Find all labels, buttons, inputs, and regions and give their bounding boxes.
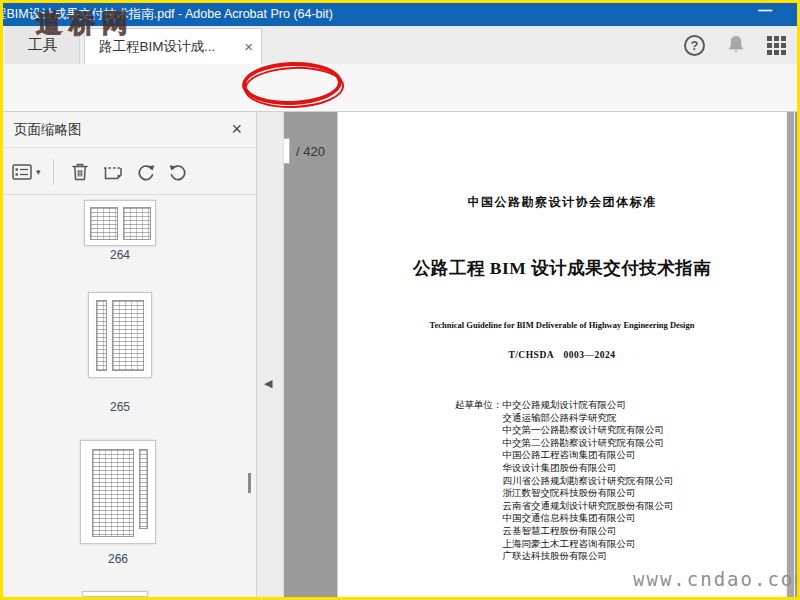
drafting-unit: 中国公路工程咨询集团有限公司	[503, 449, 674, 462]
pdf-page[interactable]: 中国公路勘察设计协会团体标准 公路工程 BIM 设计成果交付技术指南 Techn…	[337, 112, 786, 597]
panel-close-icon[interactable]: ×	[231, 119, 242, 140]
drafting-unit: 华设设计集团股份有限公司	[503, 462, 674, 475]
doc-association-line: 中国公路勘察设计协会团体标准	[338, 194, 786, 211]
main-toolbar: ☆ / 420 50%	[0, 64, 800, 112]
doc-subtitle-english: Technical Guideline for BIM Deliverable …	[338, 320, 786, 330]
tab-close-icon[interactable]: ×	[244, 38, 253, 55]
page-thumbnail-266[interactable]	[80, 440, 156, 544]
drafting-unit: 中交公路规划设计院有限公司	[503, 399, 674, 412]
delete-page-trash-icon[interactable]	[70, 161, 90, 183]
thumbnails-panel-header: 页面缩略图 ×	[0, 112, 256, 148]
tab-bar-right-icons: ?	[684, 26, 786, 64]
drafting-unit: 交通运输部公路科学研究院	[503, 412, 674, 425]
thumbnail-table-graphic	[96, 300, 107, 371]
drafting-unit: 云南省交通规划设计研究院股份有限公司	[503, 500, 674, 513]
document-scrollbar-thumb[interactable]	[787, 112, 794, 597]
acrobat-window: 程BIM设计成果交付技术指南.pdf - Adobe Acrobat Pro (…	[0, 0, 800, 600]
drafting-unit: 中国交通信息科技集团有限公司	[503, 512, 674, 525]
thumbnail-options-button[interactable]: ▾	[12, 164, 41, 180]
collapse-panel-icon[interactable]: ◀	[264, 377, 272, 390]
help-icon[interactable]: ?	[684, 35, 705, 56]
drafting-unit: 上海同豪土木工程咨询有限公司	[503, 538, 674, 551]
rotate-clockwise-icon[interactable]	[168, 162, 188, 182]
thumbnails-panel: 页面缩略图 × ▾ 264	[0, 112, 257, 597]
doc-drafting-block: 起草单位： 中交公路规划设计院有限公司 交通运输部公路科学研究院 中交第一公路勘…	[455, 399, 674, 563]
thumbnails-panel-title: 页面缩略图	[14, 121, 82, 139]
doc-title: 公路工程 BIM 设计成果交付技术指南	[338, 256, 786, 280]
page-thumbnail-264[interactable]	[84, 200, 156, 246]
thumbnail-table-graphic	[139, 449, 148, 529]
drafting-unit: 广联达科技股份有限公司	[503, 550, 674, 563]
insert-page-icon[interactable]	[102, 162, 124, 182]
drafting-unit: 中交第二公路勘察设计研究院有限公司	[503, 437, 674, 450]
thumbnail-table-graphic	[123, 207, 151, 240]
document-scrollbar[interactable]	[786, 112, 795, 597]
thumbnail-table-graphic	[90, 207, 118, 240]
page-thumbnail-partial[interactable]	[82, 591, 148, 597]
thumbnails-toolbar: ▾	[0, 149, 256, 195]
doc-standard-number: T/CHSDA 0003—2024	[338, 349, 786, 362]
drafting-unit: 中交第一公路勘察设计研究院有限公司	[503, 424, 674, 437]
site-watermark-top-left: 道桥网	[36, 6, 135, 41]
chevron-down-icon: ▾	[36, 167, 41, 177]
site-watermark-bottom-right: www.cndao.com	[633, 568, 800, 590]
page-total-label: / 420	[296, 144, 325, 159]
notifications-bell-icon[interactable]	[726, 34, 746, 56]
drafting-unit: 浙江数智交院科技股份有限公司	[503, 487, 674, 500]
drafting-unit: 四川省公路规划勘察设计研究院有限公司	[503, 475, 674, 488]
app-grid-icon[interactable]	[767, 36, 786, 55]
thumbnail-page-number[interactable]: 266	[80, 552, 156, 566]
panel-toolbar-separator	[53, 159, 54, 185]
drafting-label: 起草单位：	[455, 399, 503, 563]
thumbnail-page-number[interactable]: 265	[88, 400, 152, 414]
thumbnail-table-graphic	[112, 300, 144, 371]
drafting-unit: 云基智慧工程股份有限公司	[503, 525, 674, 538]
thumbnail-page-number[interactable]: 264	[84, 248, 156, 262]
drafting-units-list: 中交公路规划设计院有限公司 交通运输部公路科学研究院 中交第一公路勘察设计研究院…	[503, 399, 674, 563]
page-thumbnail-265[interactable]	[88, 292, 152, 378]
minimize-button[interactable]: —	[752, 2, 778, 18]
rotate-counterclockwise-icon[interactable]	[136, 162, 156, 182]
panel-scrollbar-thumb[interactable]	[248, 473, 251, 493]
panel-collapse-strip[interactable]: ◀	[257, 112, 284, 597]
thumbnail-table-graphic	[92, 449, 134, 537]
